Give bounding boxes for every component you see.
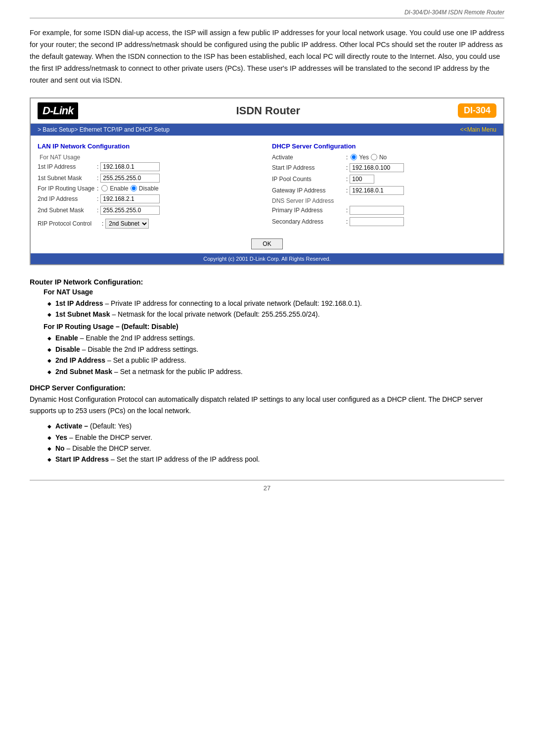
bullet-2nd-ip: 2nd IP Address – Set a public IP address… [47,355,504,366]
secondary-ip-input[interactable] [350,217,404,226]
page-number: 27 [264,484,270,492]
bullet-1st-subnet: 1st Subnet Mask – Netmask for the local … [47,309,504,320]
ip-pool-input[interactable] [350,175,374,184]
primary-ip-input[interactable] [350,206,404,215]
for-nat-usage-subtitle: For NAT Usage [44,288,504,296]
main-menu-link[interactable]: <<Main Menu [460,126,496,133]
nat-usage-bullets: 1st IP Address – Private IP address for … [47,298,504,320]
router-ui-box: D-Link ISDN Router DI-304 > Basic Setup>… [30,97,504,265]
enable-radio[interactable] [101,185,108,191]
bullet10-label: Start IP Address [55,455,109,463]
dlink-logo-text: D-Link [38,102,78,119]
activate-row: Activate : Yes No [272,154,496,161]
start-ip-input[interactable] [350,163,404,172]
bullet5-label: 2nd IP Address [55,356,105,364]
first-subnet-input[interactable] [100,174,160,183]
di304-badge: DI-304 [458,103,496,118]
secondary-ip-row: Secondary Address : [272,217,496,226]
bullet9-text: – Disable the DHCP server. [67,444,151,452]
bullet-yes: Yes – Enable the DHCP server. [47,432,504,443]
start-ip-row: Start IP Address : [272,163,496,172]
bullet7-text: (Default: Yes) [90,422,132,430]
footer-text: Copyright (c) 2001 D-Link Corp. All Righ… [203,256,330,262]
first-ip-input[interactable] [100,162,160,171]
bullet2-label: 1st Subnet Mask [55,310,110,318]
dhcp-bullets: Activate – (Default: Yes) Yes – Enable t… [47,421,504,465]
dlink-logo: D-Link [38,102,78,119]
disable-radio[interactable] [131,185,137,191]
router-ip-config-section: Router IP Network Configuration: For NAT… [30,278,504,377]
subsection2-title: For IP Routing Usage – [44,323,120,331]
bullet4-label: Disable [55,345,80,353]
second-ip-label: 2nd IP Address [38,195,97,202]
lan-section-title: LAN IP Network Configuration [38,142,262,150]
activate-radio-group: Yes No [351,154,387,161]
bullet-enable: Enable – Enable the 2nd IP address setti… [47,332,504,343]
page-header: DI-304/DI-304M ISDN Remote Router [30,0,504,18]
ip-pool-row: IP Pool Counts : [272,175,496,184]
bullet-activate: Activate – (Default: Yes) [47,421,504,431]
bullet6-label: 2nd Subnet Mask [55,368,112,376]
second-ip-row: 2nd IP Address : [38,194,262,203]
activate-yes-radio[interactable] [351,154,357,160]
router-title: ISDN Router [78,104,458,117]
bullet-no: No – Disable the DHCP server. [47,443,504,454]
primary-ip-row: Primary IP Address : [272,206,496,215]
disable-label: Disable [139,185,159,192]
dhcp-config-title: DHCP Server Configuration: [30,384,504,392]
start-ip-label: Start IP Address [272,164,346,171]
router-footer-bar: Copyright (c) 2001 D-Link Corp. All Righ… [31,253,503,264]
ok-row: OK [31,234,503,253]
ip-routing-row: For IP Routing Usage : Enable Disable [38,185,262,192]
bullet5-text: – Set a public IP address. [107,356,186,364]
bullet-start-ip: Start IP Address – Set the start IP addr… [47,454,504,465]
router-header-bar: D-Link ISDN Router DI-304 [31,98,503,124]
for-nat-usage-label: For NAT Usage [40,154,262,161]
document-title: DI-304/DI-304M ISDN Remote Router [404,9,504,16]
ip-routing-radio-group: Enable Disable [101,185,158,192]
first-ip-label: 1st IP Address [38,163,97,170]
second-ip-input[interactable] [100,194,160,203]
bullet7-label: Activate – [55,422,88,430]
bullet8-text: – Enable the DHCP server. [69,433,152,441]
gateway-input[interactable] [350,186,404,195]
enable-label: Enable [110,185,128,192]
activate-label: Activate [272,154,346,161]
activate-no-radio[interactable] [371,154,377,160]
lan-ip-section: LAN IP Network Configuration For NAT Usa… [38,142,262,229]
subsection2-text: (Default: Disable) [122,323,178,331]
router-nav-bar: > Basic Setup> Ethernet TCP/IP and DHCP … [31,124,503,136]
activate-yes-label: Yes [359,154,369,161]
rip-select[interactable]: 2nd Subnet [105,219,149,229]
second-subnet-input[interactable] [100,206,160,215]
bullet3-text: – Enable the 2nd IP address settings. [80,334,195,342]
secondary-ip-label: Secondary Address [272,218,346,225]
intro-paragraph: For example, for some ISDN dial-up acces… [30,27,504,87]
activate-no-label: No [379,154,387,161]
bullet3-label: Enable [55,334,78,342]
bullet4-text: – Disable the 2nd IP address settings. [82,345,199,353]
dns-label: DNS Server IP Address [272,197,496,204]
rip-label: RIP Protocol Control [38,220,102,227]
gateway-label: Gateway IP Address [272,187,346,194]
primary-ip-label: Primary IP Address [272,207,346,214]
bullet1-label: 1st IP Address [55,299,103,307]
bullet1-text: – Private IP address for connecting to a… [105,299,362,307]
dhcp-section: DHCP Server Configuration Activate : Yes… [272,142,496,229]
ip-pool-label: IP Pool Counts [272,176,346,183]
bullet10-text: – Set the start IP address of the IP add… [111,455,260,463]
bullet-disable: Disable – Disable the 2nd IP address set… [47,344,504,355]
bullet2-text: – Netmask for the local private network … [112,310,319,318]
rip-row: RIP Protocol Control : 2nd Subnet [38,219,262,229]
ok-button[interactable]: OK [251,238,282,249]
bullet8-label: Yes [55,433,67,441]
ip-routing-label: For IP Routing Usage [38,185,97,192]
second-subnet-label: 2nd Subnet Mask [38,207,97,214]
dhcp-intro-text: Dynamic Host Configuration Protocol can … [30,394,504,417]
for-ip-routing-subtitle: For IP Routing Usage – (Default: Disable… [44,323,504,331]
bullet-1st-ip: 1st IP Address – Private IP address for … [47,298,504,309]
first-subnet-row: 1st Subnet Mask : [38,174,262,183]
nav-breadcrumb[interactable]: > Basic Setup> Ethernet TCP/IP and DHCP … [38,126,170,133]
bullet9-label: No [55,444,65,452]
bullet-2nd-subnet: 2nd Subnet Mask – Set a netmask for the … [47,366,504,377]
